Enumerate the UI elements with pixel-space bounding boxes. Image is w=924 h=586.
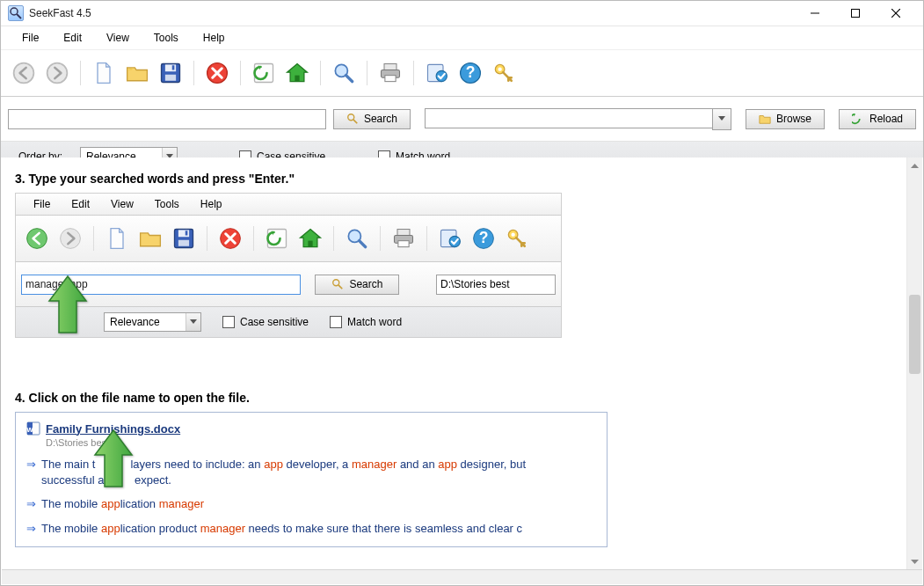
back-icon (23, 224, 51, 253)
home-icon[interactable] (283, 59, 311, 87)
step4-heading: 4. Click on the file name to open the fi… (15, 391, 909, 405)
arrow-right-icon: ⇒ (26, 457, 36, 472)
example-search-button-label: Search (349, 278, 382, 290)
menubar: File Edit View Tools Help (1, 26, 923, 50)
refresh-icon (263, 224, 291, 253)
open-folder-icon (136, 224, 164, 253)
example-path-input (436, 275, 556, 295)
scroll-up-icon[interactable] (907, 157, 922, 172)
open-folder-icon[interactable] (123, 59, 151, 87)
chevron-down-icon (186, 313, 200, 331)
save-icon[interactable] (156, 59, 185, 87)
app-icon (8, 5, 24, 21)
svg-point-47 (511, 232, 514, 236)
new-doc-icon (103, 224, 131, 253)
svg-line-16 (346, 76, 353, 82)
example-menu-help: Help (192, 194, 231, 214)
example-order-row: Relevance Case sensitive Match word (16, 306, 561, 337)
svg-point-48 (333, 280, 339, 286)
new-doc-icon[interactable] (90, 59, 118, 87)
search-row: Search Browse Reload (1, 97, 923, 142)
example-menu-view: View (102, 194, 142, 214)
example-search-input (21, 275, 301, 295)
example-menu-tools: Tools (146, 194, 188, 214)
options-icon[interactable] (423, 59, 451, 87)
search-input[interactable] (8, 109, 326, 129)
example-toolbar: ? (16, 216, 561, 262)
browse-button-label: Browse (776, 113, 811, 125)
example-menu-file: File (25, 194, 59, 214)
options-icon (436, 224, 464, 253)
back-icon[interactable] (10, 59, 38, 87)
reload-small-icon (852, 113, 864, 125)
svg-text:?: ? (466, 63, 476, 81)
example-search-row: Search (16, 262, 561, 306)
delete-icon (216, 224, 244, 253)
result-line-2: ⇒ The mobile application manager (26, 496, 596, 512)
svg-rect-14 (295, 76, 299, 82)
forward-icon (56, 224, 84, 253)
svg-rect-19 (385, 76, 396, 82)
svg-point-29 (61, 229, 81, 249)
key-icon[interactable] (490, 59, 518, 87)
search-button-label: Search (364, 113, 397, 125)
svg-rect-41 (398, 241, 409, 247)
svg-point-28 (27, 229, 47, 249)
svg-point-26 (348, 114, 354, 121)
delete-icon[interactable] (203, 59, 231, 87)
menu-view[interactable]: View (98, 28, 138, 48)
help-icon: ? (469, 224, 498, 253)
scroll-down-icon[interactable] (907, 554, 922, 569)
svg-text:?: ? (479, 229, 489, 246)
toolbar: ? (1, 50, 923, 97)
svg-rect-36 (308, 241, 312, 247)
vertical-scrollbar[interactable] (906, 157, 922, 569)
result-line-3: ⇒ The mobile application product manager… (26, 521, 596, 537)
svg-line-1 (17, 14, 21, 18)
docx-icon: W (26, 421, 40, 436)
maximize-button[interactable] (835, 1, 876, 26)
arrow-right-icon: ⇒ (26, 521, 36, 537)
path-combo[interactable] (425, 108, 731, 130)
example-panel: File Edit View Tools Help (15, 193, 562, 338)
browse-button[interactable]: Browse (746, 109, 825, 129)
magnifier-small-icon (346, 113, 359, 125)
magnifier-icon (343, 224, 371, 253)
help-icon[interactable]: ? (456, 59, 484, 87)
menu-tools[interactable]: Tools (145, 28, 187, 48)
svg-point-0 (11, 8, 18, 15)
example-results-panel: W Family Furnishings.docx D:\Stories bes… (15, 412, 608, 547)
result-line-1: ⇒ The main tlayers need to include: an a… (26, 457, 596, 487)
forward-icon[interactable] (43, 59, 71, 87)
svg-line-38 (360, 241, 366, 247)
status-bar (2, 569, 922, 584)
menu-edit[interactable]: Edit (55, 28, 91, 48)
printer-icon (389, 224, 418, 253)
minimize-button[interactable] (795, 1, 835, 26)
menu-file[interactable]: File (13, 28, 47, 48)
search-button[interactable]: Search (333, 109, 411, 129)
example-menubar: File Edit View Tools Help (16, 194, 561, 216)
svg-rect-17 (384, 64, 397, 70)
result-file-path: D:\Stories best (46, 437, 596, 448)
reload-button-label: Reload (869, 113, 903, 125)
svg-line-27 (353, 120, 357, 123)
path-input[interactable] (425, 108, 712, 128)
svg-rect-10 (165, 75, 176, 81)
magnifier-icon[interactable] (330, 59, 358, 87)
scrollbar-thumb[interactable] (909, 295, 920, 374)
example-order-value: Relevance (105, 316, 186, 328)
example-match-checkbox: Match word (330, 316, 402, 328)
svg-rect-3 (852, 10, 860, 18)
reload-button[interactable]: Reload (839, 109, 916, 129)
svg-point-6 (14, 63, 34, 84)
printer-icon[interactable] (376, 59, 404, 87)
close-button[interactable] (876, 1, 916, 26)
step3-heading: 3. Type your searched words and press "E… (15, 172, 909, 186)
home-icon (296, 224, 324, 253)
refresh-icon[interactable] (250, 59, 278, 87)
menu-help[interactable]: Help (194, 28, 234, 48)
chevron-down-icon[interactable] (712, 108, 731, 130)
svg-rect-33 (186, 231, 188, 235)
key-icon (503, 224, 531, 253)
